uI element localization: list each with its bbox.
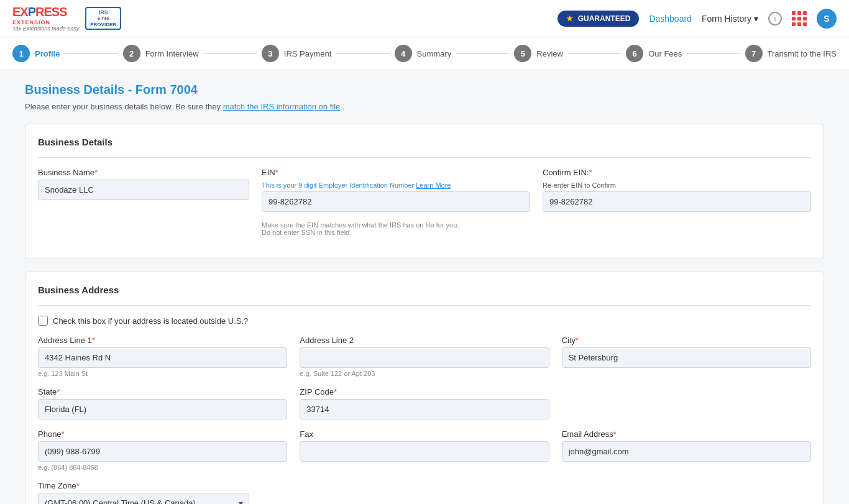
state-group: State* xyxy=(38,387,287,419)
logo: EXPRESS EXTENSION Tax Extensions made ea… xyxy=(12,5,79,32)
step-2-circle: 2 xyxy=(123,45,140,62)
fax-group: Fax xyxy=(300,429,549,471)
timezone-label: Time Zone* xyxy=(38,481,249,490)
page-title: Business Details - Form 7004 xyxy=(25,83,824,97)
phone-input[interactable] xyxy=(38,441,287,462)
ein-input[interactable] xyxy=(262,191,530,212)
confirm-ein-input[interactable] xyxy=(543,191,811,212)
address-row-2: State* ZIP Code* xyxy=(38,387,811,419)
step-line-5 xyxy=(568,53,621,54)
step-2-label: Form Interview xyxy=(145,49,199,58)
ein-label: EIN* xyxy=(262,168,530,177)
step-2[interactable]: 2 Form Interview xyxy=(123,45,199,62)
step-3-label: IRS Payment xyxy=(284,49,332,58)
step-1[interactable]: 1 Profile xyxy=(12,45,60,62)
address-row-1: Address Line 1* e.g. 123 Main St Address… xyxy=(38,336,811,377)
step-3-circle: 3 xyxy=(262,45,279,62)
city-group: City* xyxy=(562,336,811,377)
phone-label: Phone* xyxy=(38,429,287,439)
state-input[interactable] xyxy=(38,399,287,419)
outside-us-checkbox[interactable] xyxy=(38,316,48,326)
step-4-circle: 4 xyxy=(395,45,412,62)
logo-tagline: Tax Extensions made easy xyxy=(12,25,79,32)
business-address-title: Business Address xyxy=(38,285,811,295)
email-input[interactable] xyxy=(562,441,811,462)
zip-group: ZIP Code* xyxy=(300,387,549,419)
address1-hint: e.g. 123 Main St xyxy=(38,370,287,377)
city-input[interactable] xyxy=(562,347,811,368)
info-icon[interactable]: i xyxy=(768,12,782,25)
step-5[interactable]: 5 Review xyxy=(514,45,563,62)
step-4[interactable]: 4 Summary xyxy=(395,45,452,62)
timezone-select[interactable]: (GMT-06:00) Central Time (US & Canada) (… xyxy=(38,493,249,504)
email-label: Email Address* xyxy=(562,429,811,439)
email-group: Email Address* xyxy=(562,429,811,471)
address2-label: Address Line 2 xyxy=(300,336,549,345)
step-line-2 xyxy=(204,53,257,54)
step-7-circle: 7 xyxy=(745,45,763,62)
state-label: State* xyxy=(38,387,287,396)
step-4-label: Summary xyxy=(417,49,452,58)
guaranteed-badge: GUARANTEED xyxy=(558,11,639,27)
step-6[interactable]: 6 Our Fees xyxy=(626,45,682,62)
step-1-circle: 1 xyxy=(12,45,30,62)
step-7-label: Transmit to the IRS xyxy=(768,49,837,58)
main-content: Business Details - Form 7004 Please ente… xyxy=(0,70,849,504)
stepper: 1 Profile 2 Form Interview 3 IRS Payment… xyxy=(0,37,849,70)
outside-us-row: Check this box if your address is locate… xyxy=(38,316,811,326)
phone-group: Phone* e.g. (864) 864-8468 xyxy=(38,429,287,471)
business-name-group: Business Name* xyxy=(38,168,249,236)
zip-label: ZIP Code* xyxy=(300,387,549,396)
ein-group: EIN* This is your 9 digit Employer Ident… xyxy=(262,168,530,236)
step-line-1 xyxy=(65,53,117,54)
step-1-label: Profile xyxy=(35,49,60,58)
confirm-ein-group: Confirm EIN:* Re-enter EIN to Confirm xyxy=(543,168,811,236)
step-7[interactable]: 7 Transmit to the IRS xyxy=(745,45,837,62)
phone-hint: e.g. (864) 864-8468 xyxy=(38,464,287,471)
apps-icon[interactable] xyxy=(792,11,807,26)
step-5-circle: 5 xyxy=(514,45,531,62)
ein-warning: Make sure the EIN matches with what the … xyxy=(262,214,530,236)
header-right: GUARANTEED Dashboard Form History ▾ i S xyxy=(558,9,837,29)
chevron-down-icon: ▾ xyxy=(754,14,758,24)
header: EXPRESS EXTENSION Tax Extensions made ea… xyxy=(0,0,849,37)
address1-label: Address Line 1* xyxy=(38,336,287,345)
business-name-label: Business Name* xyxy=(38,168,249,177)
step-6-label: Our Fees xyxy=(648,49,682,58)
business-details-card: Business Details Business Name* EIN* Thi… xyxy=(25,124,824,259)
fax-input[interactable] xyxy=(300,441,549,462)
outside-us-label[interactable]: Check this box if your address is locate… xyxy=(53,316,248,326)
logo-extension: EXTENSION xyxy=(12,19,79,25)
step-3[interactable]: 3 IRS Payment xyxy=(262,45,332,62)
step-line-3 xyxy=(336,53,389,54)
address1-input[interactable] xyxy=(38,347,287,368)
logo-area: EXPRESS EXTENSION Tax Extensions made ea… xyxy=(12,5,121,32)
fax-label: Fax xyxy=(300,429,549,439)
address2-hint: e.g. Suite 122 or Apt 203 xyxy=(300,370,549,377)
user-avatar[interactable]: S xyxy=(817,9,837,29)
confirm-ein-label: Confirm EIN:* xyxy=(543,168,811,177)
business-details-title: Business Details xyxy=(38,137,811,147)
step-line-6 xyxy=(687,53,740,54)
form-history-button[interactable]: Form History ▾ xyxy=(702,14,758,24)
confirm-ein-sub: Re-enter EIN to Confirm xyxy=(543,181,811,189)
business-details-row: Business Name* EIN* This is your 9 digit… xyxy=(38,168,811,236)
address2-group: Address Line 2 e.g. Suite 122 or Apt 203 xyxy=(300,336,549,377)
ein-learn-more-link[interactable]: Learn More xyxy=(416,181,451,189)
business-address-card: Business Address Check this box if your … xyxy=(25,272,824,504)
business-name-input[interactable] xyxy=(38,180,249,200)
zip-input[interactable] xyxy=(300,399,549,419)
logo-express: EXPRESS xyxy=(12,5,67,19)
irs-badge: IRS e-file PROVIDER xyxy=(85,7,121,30)
city-label: City* xyxy=(562,336,811,345)
dashboard-link[interactable]: Dashboard xyxy=(649,14,692,24)
step-line-4 xyxy=(456,53,509,54)
step-6-circle: 6 xyxy=(626,45,643,62)
timezone-row: Time Zone* (GMT-06:00) Central Time (US … xyxy=(38,481,811,504)
ein-hint: This is your 9 digit Employer Identifica… xyxy=(262,181,530,189)
contact-row: Phone* e.g. (864) 864-8468 Fax Email Add… xyxy=(38,429,811,471)
timezone-group: Time Zone* (GMT-06:00) Central Time (US … xyxy=(38,481,249,504)
address2-input[interactable] xyxy=(300,347,549,368)
irs-info-link[interactable]: match the IRS information on file xyxy=(223,102,341,111)
page-subtitle: Please enter your business details below… xyxy=(25,102,824,111)
